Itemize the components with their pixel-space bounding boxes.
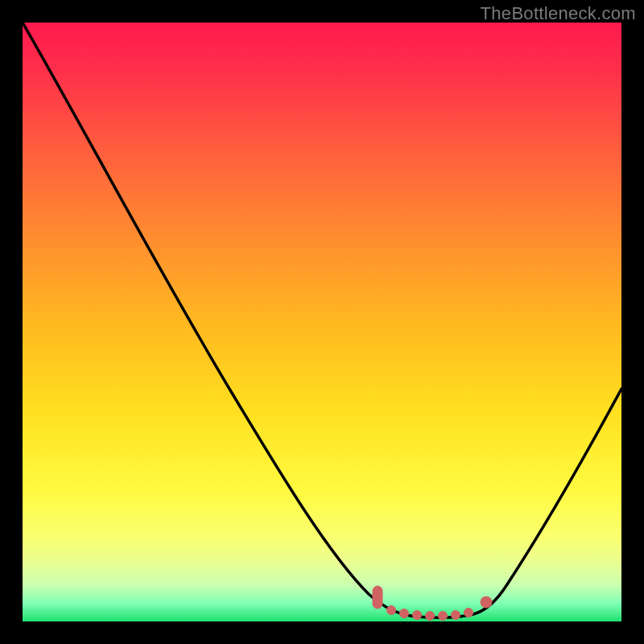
svg-point-8 <box>481 597 492 608</box>
plot-area <box>23 23 621 621</box>
svg-point-7 <box>464 609 473 617</box>
svg-point-5 <box>439 612 448 621</box>
svg-point-4 <box>426 612 435 621</box>
svg-point-1 <box>387 606 396 615</box>
chart-stage: TheBottleneck.com <box>0 0 644 644</box>
svg-rect-0 <box>373 586 382 609</box>
watermark-text: TheBottleneck.com <box>481 3 636 24</box>
svg-point-2 <box>400 609 409 618</box>
curve-layer <box>23 23 621 621</box>
svg-point-6 <box>452 611 460 620</box>
svg-point-3 <box>413 611 422 620</box>
bottleneck-curve <box>23 23 621 617</box>
